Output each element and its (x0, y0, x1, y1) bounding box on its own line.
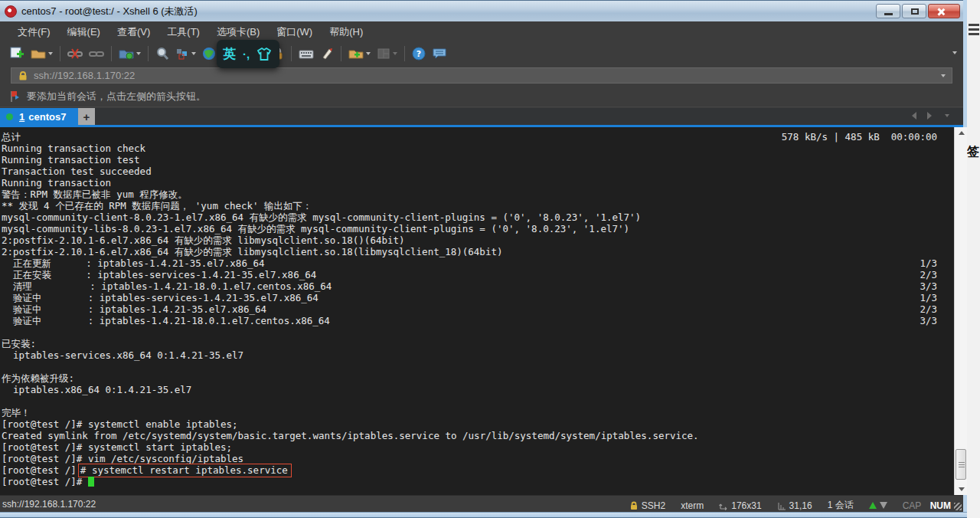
status-terminal-type: xterm (681, 500, 704, 511)
terminal-line: 完毕！ (2, 407, 954, 418)
toolbar: ? (0, 42, 963, 65)
menu-item-tools[interactable]: 工具(T) (158, 23, 208, 41)
ime-status-overlay[interactable]: 英 ·, (217, 40, 279, 68)
new-session-button[interactable] (7, 44, 27, 64)
cursor-position-icon (777, 501, 786, 510)
info-bar-text: 要添加当前会话，点击左侧的箭头按钮。 (27, 90, 206, 103)
tab-scroll-left-icon[interactable] (912, 112, 916, 120)
terminal-scrollbar[interactable] (954, 127, 967, 495)
status-screen-size: 176x31 (719, 500, 761, 511)
open-folder-icon (31, 48, 46, 60)
status-lock-icon (629, 501, 639, 510)
maximize-button[interactable] (902, 4, 926, 18)
status-session-count: 1 会话 (828, 499, 854, 512)
help-button[interactable]: ? (410, 44, 428, 64)
status-connection-url: ssh://192.168.1.170:22 (2, 499, 96, 510)
address-dropdown-caret[interactable] (941, 74, 946, 77)
terminal-line: Running transaction (2, 177, 954, 189)
ime-punctuation-indicator: ·, (243, 48, 250, 61)
tab-connected-dot (6, 113, 13, 120)
background-strip-label: 签 (967, 144, 979, 160)
terminal-line-right-text: 1/3 (920, 257, 937, 269)
terminal-line: iptables-services.x86_64 0:1.4.21-35.el7 (2, 349, 954, 361)
terminal-line: mysql-community-libs-8.0.23-1.el7.x86_64… (2, 223, 954, 234)
terminal-line: 验证中 : iptables-1.4.21-35.el7.x86_642/3 (2, 303, 954, 315)
terminal-line-right-text: 1/3 (920, 292, 937, 303)
session-properties-button[interactable] (116, 44, 143, 64)
terminal-screen[interactable]: 总计578 kB/s | 485 kB 00:00:00Running tran… (0, 127, 954, 495)
layout-button[interactable] (374, 44, 400, 64)
menu-item-file[interactable]: 文件(F) (9, 23, 59, 41)
hamburger-icon (969, 24, 979, 38)
reconnect-button[interactable] (87, 44, 106, 64)
terminal-cursor (88, 477, 94, 487)
menu-item-window[interactable]: 窗口(W) (268, 23, 321, 41)
new-tab-button[interactable]: + (78, 108, 95, 125)
menu-item-help[interactable]: 帮助(H) (321, 23, 371, 41)
session-properties-icon (119, 48, 134, 60)
tab-list-caret[interactable] (945, 114, 949, 117)
terminal-line-right-text: 578 kB/s | 485 kB 00:00:00 (782, 131, 937, 143)
status-encryption: SSH2 (629, 500, 665, 511)
toolbar-overflow-caret[interactable] (952, 51, 957, 54)
terminal-line: Transaction test succeeded (2, 166, 954, 177)
menu-item-view[interactable]: 查看(V) (109, 23, 158, 41)
terminal-line: 总计578 kB/s | 485 kB 00:00:00 (2, 131, 954, 143)
layout-icon (377, 48, 390, 60)
compose-button[interactable] (173, 44, 198, 64)
close-button[interactable] (928, 4, 960, 18)
terminal-line: ** 发现 4 个已存在的 RPM 数据库问题， 'yum check' 输出如… (2, 200, 954, 211)
highlight-button[interactable] (318, 44, 336, 64)
file-transfer-icon (348, 48, 364, 60)
terminal-line: 正在安装 : iptables-services-1.4.21-35.el7.x… (2, 269, 954, 280)
terminal-line: [root@test /]# systemctl start iptables; (2, 441, 954, 453)
num-lock-indicator: NUM (930, 500, 951, 511)
terminal-line: [root@test /]# vim /etc/sysconfig/iptabl… (2, 453, 954, 464)
disconnect-icon (67, 48, 83, 60)
window-frame-bottom (0, 512, 967, 518)
minimize-button[interactable] (876, 4, 900, 18)
title-bar: centos7 - root@test:/ - Xshell 6 (未激活) (0, 0, 963, 21)
status-transfer-arrows (869, 502, 887, 509)
globe-icon (202, 47, 216, 61)
ssl-lock-icon (18, 70, 28, 81)
terminal-line: 已安装: (2, 338, 954, 349)
scrollbar-thumb[interactable] (956, 449, 966, 480)
terminal-line-right-text: 3/3 (920, 315, 937, 326)
address-field[interactable]: ssh://192.168.1.170:22 (11, 67, 952, 84)
terminal-line-right-text: 2/3 (920, 269, 937, 280)
terminal-line: Running transaction check (2, 143, 954, 154)
virtual-keyboard-button[interactable] (296, 44, 316, 64)
terminal-line-right-text: 2/3 (920, 303, 937, 315)
menu-item-edit[interactable]: 编辑(E) (59, 23, 109, 41)
terminal-line: [root@test /]# (2, 476, 954, 487)
caps-lock-indicator: CAP (903, 500, 922, 511)
feedback-button[interactable] (430, 44, 449, 64)
scroll-up-icon[interactable] (955, 127, 968, 139)
xshell-window: centos7 - root@test:/ - Xshell 6 (未激活) 文… (0, 0, 967, 518)
tab-scroll-right-icon[interactable] (927, 112, 932, 120)
svg-text:?: ? (416, 49, 421, 59)
disconnect-button[interactable] (65, 44, 85, 64)
desktop: 签 centos7 - root@test:/ - Xshell 6 (未激活)… (0, 0, 980, 518)
terminal-line: [root@test /]# systemctl restart iptable… (2, 464, 954, 476)
terminal-line: 2:postfix-2.10.1-6.el7.x86_64 有缺少的需求 lib… (2, 234, 954, 246)
resize-grip[interactable] (954, 503, 962, 510)
tab-label: centos7 (28, 111, 66, 123)
address-url: ssh://192.168.1.170:22 (34, 70, 939, 81)
terminal-line: 警告：RPM 数据库已被非 yum 程序修改。 (2, 189, 954, 200)
compose-icon (175, 48, 189, 60)
terminal-line: [root@test /]# systemctl enable iptables… (2, 418, 954, 430)
upload-arrow-icon (869, 502, 877, 509)
file-transfer-button[interactable] (346, 44, 373, 64)
menu-item-tabs[interactable]: 选项卡(B) (208, 23, 268, 41)
terminal-line: Running transaction test (2, 154, 954, 166)
tab-number: 1 (19, 111, 24, 123)
open-session-button[interactable] (28, 44, 55, 64)
new-session-icon (9, 47, 24, 61)
scroll-down-icon[interactable] (955, 484, 968, 495)
terminal-line: 验证中 : iptables-1.4.21-18.0.1.el7.centos.… (2, 315, 954, 326)
find-button[interactable] (153, 44, 172, 64)
terminal-line: 作为依赖被升级: (2, 372, 954, 384)
terminal-line: iptables.x86_64 0:1.4.21-35.el7 (2, 384, 954, 395)
